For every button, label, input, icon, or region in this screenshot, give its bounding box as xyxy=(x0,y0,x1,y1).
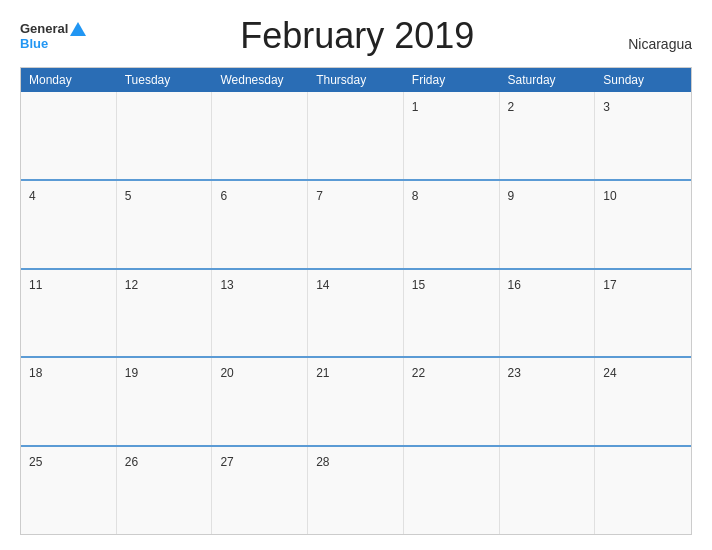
day-cell: 16 xyxy=(500,270,596,357)
day-cell: 22 xyxy=(404,358,500,445)
logo: General Blue xyxy=(20,21,86,51)
day-cell: 15 xyxy=(404,270,500,357)
day-number: 18 xyxy=(29,366,42,380)
day-number: 8 xyxy=(412,189,419,203)
day-number: 21 xyxy=(316,366,329,380)
day-header-monday: Monday xyxy=(21,68,117,92)
logo-blue: Blue xyxy=(20,36,48,51)
day-cell: 1 xyxy=(404,92,500,179)
week-5: 25262728 xyxy=(21,445,691,534)
day-cell: 14 xyxy=(308,270,404,357)
calendar: Monday Tuesday Wednesday Thursday Friday… xyxy=(20,67,692,535)
day-number: 12 xyxy=(125,278,138,292)
day-number: 3 xyxy=(603,100,610,114)
day-cell: 21 xyxy=(308,358,404,445)
day-number: 10 xyxy=(603,189,616,203)
days-header: Monday Tuesday Wednesday Thursday Friday… xyxy=(21,68,691,92)
day-cell xyxy=(404,447,500,534)
day-number: 24 xyxy=(603,366,616,380)
day-cell: 7 xyxy=(308,181,404,268)
country-label: Nicaragua xyxy=(628,36,692,57)
day-number: 1 xyxy=(412,100,419,114)
day-cell: 8 xyxy=(404,181,500,268)
day-cell: 24 xyxy=(595,358,691,445)
day-cell: 12 xyxy=(117,270,213,357)
day-cell: 20 xyxy=(212,358,308,445)
day-number: 28 xyxy=(316,455,329,469)
day-number: 2 xyxy=(508,100,515,114)
day-cell xyxy=(308,92,404,179)
day-number: 6 xyxy=(220,189,227,203)
day-cell xyxy=(21,92,117,179)
day-number: 15 xyxy=(412,278,425,292)
day-number: 11 xyxy=(29,278,42,292)
day-number: 22 xyxy=(412,366,425,380)
day-cell: 27 xyxy=(212,447,308,534)
week-4: 18192021222324 xyxy=(21,356,691,445)
day-number: 17 xyxy=(603,278,616,292)
day-cell: 19 xyxy=(117,358,213,445)
day-header-wednesday: Wednesday xyxy=(212,68,308,92)
logo-triangle-icon xyxy=(70,22,86,36)
day-number: 5 xyxy=(125,189,132,203)
day-cell xyxy=(117,92,213,179)
day-header-saturday: Saturday xyxy=(500,68,596,92)
day-number: 19 xyxy=(125,366,138,380)
day-cell xyxy=(595,447,691,534)
day-cell: 9 xyxy=(500,181,596,268)
day-number: 4 xyxy=(29,189,36,203)
day-cell: 18 xyxy=(21,358,117,445)
day-number: 14 xyxy=(316,278,329,292)
day-number: 9 xyxy=(508,189,515,203)
day-cell: 5 xyxy=(117,181,213,268)
day-cell: 4 xyxy=(21,181,117,268)
day-cell: 28 xyxy=(308,447,404,534)
day-header-tuesday: Tuesday xyxy=(117,68,213,92)
day-number: 25 xyxy=(29,455,42,469)
day-number: 23 xyxy=(508,366,521,380)
week-1: 123 xyxy=(21,92,691,179)
day-cell: 6 xyxy=(212,181,308,268)
day-cell: 2 xyxy=(500,92,596,179)
day-cell xyxy=(500,447,596,534)
day-header-sunday: Sunday xyxy=(595,68,691,92)
day-number: 13 xyxy=(220,278,233,292)
day-cell xyxy=(212,92,308,179)
day-cell: 23 xyxy=(500,358,596,445)
day-number: 7 xyxy=(316,189,323,203)
page-container: General Blue February 2019 Nicaragua Mon… xyxy=(0,0,712,550)
day-cell: 13 xyxy=(212,270,308,357)
day-header-friday: Friday xyxy=(404,68,500,92)
day-number: 20 xyxy=(220,366,233,380)
day-number: 26 xyxy=(125,455,138,469)
day-cell: 11 xyxy=(21,270,117,357)
day-cell: 10 xyxy=(595,181,691,268)
day-cell: 17 xyxy=(595,270,691,357)
day-number: 16 xyxy=(508,278,521,292)
day-header-thursday: Thursday xyxy=(308,68,404,92)
day-cell: 25 xyxy=(21,447,117,534)
day-number: 27 xyxy=(220,455,233,469)
weeks-container: 1234567891011121314151617181920212223242… xyxy=(21,92,691,534)
week-2: 45678910 xyxy=(21,179,691,268)
calendar-title: February 2019 xyxy=(86,15,628,57)
day-cell: 3 xyxy=(595,92,691,179)
day-cell: 26 xyxy=(117,447,213,534)
week-3: 11121314151617 xyxy=(21,268,691,357)
header: General Blue February 2019 Nicaragua xyxy=(20,15,692,57)
logo-general: General xyxy=(20,21,68,36)
